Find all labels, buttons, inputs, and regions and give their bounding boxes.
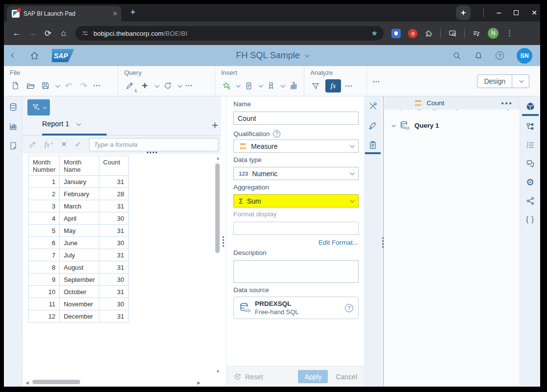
browser-profile-avatar[interactable]: N bbox=[488, 28, 499, 39]
vertical-scrollbar-thumb[interactable] bbox=[215, 163, 220, 253]
formula-validate-icon[interactable]: ✓ bbox=[75, 140, 81, 149]
formula-edit-icon[interactable] bbox=[28, 140, 37, 149]
count-cell[interactable]: 31 bbox=[99, 200, 128, 212]
divider-handle[interactable] bbox=[382, 237, 384, 248]
filter-icon[interactable] bbox=[310, 80, 321, 92]
add-report-button[interactable]: + bbox=[212, 119, 218, 132]
month-number-cell[interactable]: 2 bbox=[29, 188, 60, 200]
design-mode-dropdown-icon[interactable] bbox=[512, 74, 529, 88]
data-panel-icon[interactable] bbox=[8, 102, 18, 112]
scroll-down-icon[interactable]: ▼ bbox=[216, 369, 220, 374]
count-cell[interactable]: 31 bbox=[99, 249, 128, 261]
field-more-icon[interactable]: ●●● bbox=[501, 100, 513, 106]
splitter-handle[interactable] bbox=[223, 236, 224, 247]
format-display-input[interactable] bbox=[233, 222, 359, 235]
month-number-cell[interactable]: 11 bbox=[29, 298, 60, 310]
title-chevron-icon[interactable] bbox=[305, 52, 310, 57]
objects-cube-icon[interactable] bbox=[525, 101, 535, 112]
table-row[interactable]: 9 September 30 bbox=[29, 274, 129, 286]
list-icon[interactable] bbox=[525, 140, 535, 150]
column-header[interactable]: Month Number bbox=[29, 156, 60, 176]
document-structure-icon[interactable] bbox=[525, 122, 535, 131]
month-name-cell[interactable]: June bbox=[60, 237, 99, 249]
name-input[interactable] bbox=[233, 112, 359, 125]
column-header[interactable]: Count bbox=[99, 156, 128, 176]
undo-icon[interactable]: ↶ bbox=[63, 79, 74, 92]
month-number-cell[interactable]: 6 bbox=[29, 237, 60, 249]
cancel-button[interactable]: Cancel bbox=[336, 373, 357, 381]
qualification-help-icon[interactable]: ? bbox=[273, 130, 280, 138]
browser-sparkle-icon[interactable] bbox=[456, 5, 471, 20]
query-more-icon[interactable]: ••• bbox=[185, 83, 193, 88]
minimize-button[interactable]: – bbox=[497, 8, 501, 17]
insert-chart-icon[interactable] bbox=[288, 79, 299, 92]
back-chevron-icon[interactable] bbox=[12, 54, 15, 57]
add-query-dropdown-icon[interactable] bbox=[155, 83, 160, 88]
table-row[interactable]: 2 February 28 bbox=[29, 188, 129, 200]
count-cell[interactable]: 31 bbox=[99, 176, 128, 188]
panel-divider[interactable] bbox=[383, 96, 384, 387]
table-row[interactable]: 12 December 31 bbox=[29, 310, 129, 323]
add-query-icon[interactable]: + bbox=[139, 79, 150, 92]
notifications-bell-icon[interactable] bbox=[474, 51, 483, 60]
count-cell[interactable]: 30 bbox=[99, 298, 128, 310]
month-name-cell[interactable]: April bbox=[60, 212, 99, 225]
reset-button[interactable]: Reset bbox=[245, 373, 263, 381]
structure-panel-icon[interactable] bbox=[8, 122, 18, 131]
search-tabs-icon[interactable] bbox=[448, 29, 457, 38]
month-name-cell[interactable]: August bbox=[60, 261, 99, 274]
month-number-cell[interactable]: 12 bbox=[29, 310, 60, 323]
month-name-cell[interactable]: September bbox=[60, 274, 99, 286]
help-icon[interactable]: ? bbox=[496, 51, 504, 60]
month-number-cell[interactable]: 3 bbox=[29, 200, 60, 212]
data-source-help-icon[interactable]: ? bbox=[345, 304, 353, 312]
count-cell[interactable]: 31 bbox=[99, 261, 128, 274]
description-textarea[interactable] bbox=[233, 260, 359, 283]
month-name-cell[interactable]: February bbox=[60, 188, 99, 200]
bookmark-star-icon[interactable]: ★ bbox=[371, 29, 378, 38]
reset-icon[interactable] bbox=[233, 372, 242, 381]
month-number-cell[interactable]: 9 bbox=[29, 274, 60, 286]
month-name-cell[interactable]: March bbox=[60, 200, 99, 212]
insert-shared-dropdown-icon[interactable] bbox=[281, 83, 285, 87]
edit-format-link[interactable]: Edit Format... bbox=[319, 239, 358, 246]
properties-clipboard-icon[interactable] bbox=[368, 140, 378, 150]
count-cell[interactable]: 28 bbox=[99, 188, 128, 200]
qualification-select[interactable]: Measure bbox=[233, 139, 359, 153]
panel-splitter[interactable] bbox=[221, 96, 226, 387]
formatting-brush-icon[interactable] bbox=[368, 121, 378, 130]
app-home-icon[interactable] bbox=[30, 51, 39, 60]
ribbon-more-icon[interactable]: ••• bbox=[373, 79, 380, 84]
insert-visualization-dropdown-icon[interactable] bbox=[236, 83, 241, 87]
document-title[interactable]: FH SQL Sample bbox=[236, 50, 299, 61]
month-number-cell[interactable]: 8 bbox=[29, 261, 60, 274]
address-bar[interactable]: bobjpci.thebancorp.com/BOE/BI ★ bbox=[75, 26, 384, 41]
month-number-cell[interactable]: 4 bbox=[29, 212, 60, 225]
month-name-cell[interactable]: December bbox=[60, 310, 99, 323]
user-avatar[interactable]: SN bbox=[517, 48, 532, 64]
table-row[interactable]: 5 May 31 bbox=[29, 225, 129, 237]
month-number-cell[interactable]: 7 bbox=[29, 249, 60, 261]
refresh-dropdown-icon[interactable] bbox=[178, 83, 182, 88]
data-type-select[interactable]: 123 Numeric bbox=[233, 167, 359, 180]
comments-icon[interactable] bbox=[525, 159, 535, 168]
insert-shared-element-icon[interactable] bbox=[266, 79, 276, 92]
count-cell[interactable]: 30 bbox=[99, 212, 128, 225]
scroll-right-icon[interactable]: ▶ bbox=[197, 380, 201, 385]
code-braces-icon[interactable]: { } bbox=[526, 215, 534, 223]
count-cell[interactable]: 31 bbox=[99, 310, 128, 323]
query-field-item[interactable]: Count ●●● bbox=[385, 96, 520, 110]
aggregation-select[interactable]: Σ Sum bbox=[233, 194, 359, 208]
table-row[interactable]: 7 July 31 bbox=[29, 249, 129, 261]
new-tab-button[interactable]: + bbox=[130, 7, 136, 18]
table-row[interactable]: 10 October 31 bbox=[29, 286, 129, 298]
file-more-icon[interactable]: ••• bbox=[93, 83, 101, 88]
data-source-card[interactable]: SQL PRDEXSQL Free-hand SQL ? bbox=[233, 297, 359, 319]
month-name-cell[interactable]: January bbox=[60, 176, 99, 188]
edit-query-icon[interactable]: 1 bbox=[124, 79, 135, 92]
table-row[interactable]: 11 November 30 bbox=[29, 298, 129, 310]
close-window-button[interactable]: ✕ bbox=[531, 9, 537, 17]
month-number-cell[interactable]: 1 bbox=[29, 176, 60, 188]
add-filter-button[interactable] bbox=[27, 99, 50, 115]
table-row[interactable]: 1 January 31 bbox=[29, 176, 129, 188]
